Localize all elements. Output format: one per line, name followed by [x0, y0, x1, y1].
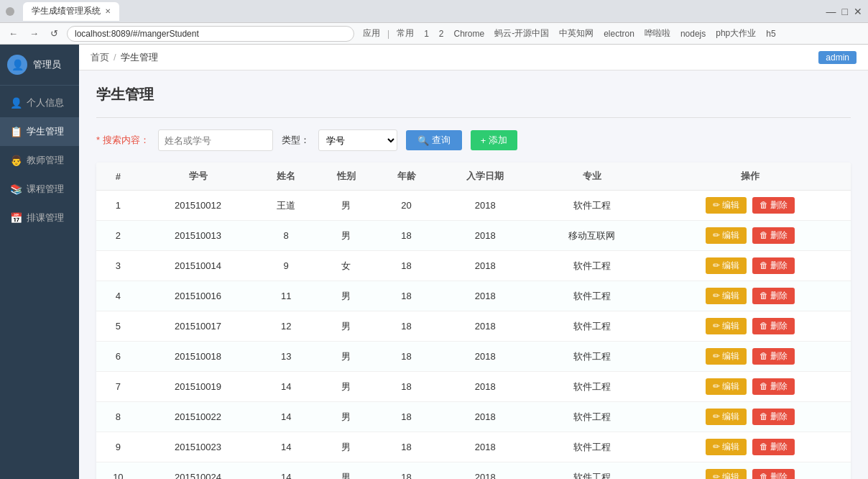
- cell-name: 14: [256, 462, 316, 480]
- sidebar-item-teacher[interactable]: 👨 教师管理: [0, 146, 79, 175]
- edit-button[interactable]: ✏ 编辑: [706, 197, 747, 214]
- table-row: 4 201510016 11 男 18 2018 软件工程 ✏ 编辑 🗑 删除: [96, 281, 851, 311]
- cell-major: 移动互联网: [534, 221, 650, 251]
- col-student-id: 学号: [140, 163, 257, 191]
- search-input[interactable]: [158, 129, 273, 151]
- bookmark-common[interactable]: 常用: [394, 26, 417, 41]
- breadcrumb-separator: /: [114, 52, 116, 63]
- cell-enroll: 2018: [436, 251, 534, 281]
- cell-age: 18: [377, 462, 437, 480]
- bookmark-electron[interactable]: electron: [601, 27, 637, 40]
- sidebar-item-schedule[interactable]: 📅 排课管理: [0, 204, 79, 232]
- sidebar-nav: 👤 个人信息 📋 学生管理 👨 教师管理 📚 课程管理 📅 排课管理: [0, 88, 79, 232]
- cell-age: 18: [377, 432, 437, 462]
- bookmark-mayun[interactable]: 蚂云-开源中国: [491, 26, 552, 41]
- forward-button[interactable]: →: [27, 27, 42, 40]
- cell-name: 9: [256, 251, 316, 281]
- bookmark-h5[interactable]: h5: [763, 27, 778, 40]
- table-row: 7 201510019 14 男 18 2018 软件工程 ✏ 编辑 🗑 删除: [96, 372, 851, 402]
- edit-button[interactable]: ✏ 编辑: [706, 318, 747, 334]
- cell-gender: 男: [316, 191, 377, 221]
- edit-button[interactable]: ✏ 编辑: [706, 227, 747, 244]
- maximize-button[interactable]: □: [842, 6, 848, 17]
- edit-button[interactable]: ✏ 编辑: [706, 409, 747, 425]
- bookmark-2[interactable]: 2: [436, 27, 447, 40]
- edit-button[interactable]: ✏ 编辑: [706, 348, 747, 365]
- schedule-icon: 📅: [10, 212, 22, 224]
- browser-tab[interactable]: 学生成绩管理系统 ✕: [23, 2, 119, 21]
- edit-button[interactable]: ✏ 编辑: [706, 439, 747, 455]
- cell-student-id: 201510013: [140, 221, 257, 251]
- bookmark-chrome[interactable]: Chrome: [451, 27, 488, 40]
- sidebar-item-student[interactable]: 📋 学生管理: [0, 117, 79, 146]
- sidebar-logo: 👤 管理员: [0, 45, 79, 86]
- cell-student-id: 201510017: [140, 311, 257, 342]
- student-icon: 📋: [10, 126, 22, 137]
- delete-button[interactable]: 🗑 删除: [752, 318, 795, 334]
- cell-name: 8: [256, 221, 316, 251]
- cell-actions: ✏ 编辑 🗑 删除: [650, 342, 851, 372]
- delete-button[interactable]: 🗑 删除: [752, 227, 795, 244]
- minimize-button[interactable]: —: [826, 6, 836, 17]
- browser-dot: [6, 7, 14, 16]
- table-row: 10 201510024 14 男 18 2018 软件工程 ✏ 编辑 🗑 删除: [96, 462, 851, 480]
- cell-major: 软件工程: [534, 251, 650, 281]
- cell-enroll: 2018: [436, 462, 534, 480]
- browser-dots: [6, 7, 14, 16]
- delete-button[interactable]: 🗑 删除: [752, 257, 795, 274]
- cell-index: 3: [96, 251, 140, 281]
- cell-major: 软件工程: [534, 311, 650, 342]
- sidebar-item-personal[interactable]: 👤 个人信息: [0, 88, 79, 117]
- col-actions: 操作: [650, 163, 851, 191]
- app: 👤 管理员 👤 个人信息 📋 学生管理 👨 教师管理 📚 课程管理 📅: [0, 45, 868, 479]
- cell-age: 18: [377, 281, 437, 311]
- col-enroll: 入学日期: [436, 163, 534, 191]
- address-bar: ← → ↺ 应用 | 常用 1 2 Chrome 蚂云-开源中国 中英知网 el…: [0, 23, 868, 45]
- cell-name: 12: [256, 311, 316, 342]
- sidebar-logo-text: 管理员: [33, 58, 61, 71]
- search-bar: 搜索内容： 类型： 学号 姓名 🔍 查询 + 添加: [96, 129, 851, 151]
- bookmark-zhongying[interactable]: 中英知网: [556, 26, 596, 41]
- edit-button[interactable]: ✏ 编辑: [706, 257, 747, 274]
- tab-close-button[interactable]: ✕: [105, 7, 111, 15]
- edit-button[interactable]: ✏ 编辑: [706, 378, 747, 395]
- add-button[interactable]: + 添加: [471, 130, 518, 150]
- cell-student-id: 201510014: [140, 251, 257, 281]
- delete-button[interactable]: 🗑 删除: [752, 469, 795, 479]
- bookmark-php[interactable]: php大作业: [713, 26, 759, 41]
- breadcrumb-home[interactable]: 首页: [91, 51, 109, 64]
- delete-button[interactable]: 🗑 删除: [752, 378, 795, 395]
- bookmark-hualala[interactable]: 哗啦啦: [642, 26, 673, 41]
- delete-button[interactable]: 🗑 删除: [752, 439, 795, 455]
- delete-button[interactable]: 🗑 删除: [752, 197, 795, 214]
- breadcrumb: 首页 / 学生管理: [91, 51, 158, 64]
- cell-index: 4: [96, 281, 140, 311]
- bookmark-apps[interactable]: 应用: [360, 26, 383, 41]
- delete-button[interactable]: 🗑 删除: [752, 288, 795, 304]
- cell-age: 18: [377, 342, 437, 372]
- cell-name: 14: [256, 402, 316, 432]
- cell-gender: 男: [316, 462, 377, 480]
- type-label: 类型：: [282, 134, 310, 147]
- delete-button[interactable]: 🗑 删除: [752, 409, 795, 425]
- sidebar-item-course[interactable]: 📚 课程管理: [0, 175, 79, 204]
- bookmark-nodejs[interactable]: nodejs: [678, 27, 708, 40]
- back-button[interactable]: ←: [6, 27, 21, 40]
- type-select[interactable]: 学号 姓名: [318, 129, 397, 151]
- edit-button[interactable]: ✏ 编辑: [706, 469, 747, 479]
- refresh-button[interactable]: ↺: [47, 27, 61, 40]
- edit-button[interactable]: ✏ 编辑: [706, 288, 747, 304]
- col-index: #: [96, 163, 140, 191]
- table-row: 5 201510017 12 男 18 2018 软件工程 ✏ 编辑 🗑 删除: [96, 311, 851, 342]
- delete-button[interactable]: 🗑 删除: [752, 348, 795, 365]
- content-area: 学生管理 搜索内容： 类型： 学号 姓名 🔍 查询 + 添加: [79, 70, 868, 479]
- admin-badge[interactable]: admin: [818, 51, 857, 64]
- bookmark-1[interactable]: 1: [421, 27, 432, 40]
- close-button[interactable]: ✕: [854, 6, 862, 17]
- sidebar-item-label-teacher: 教师管理: [27, 154, 64, 167]
- cell-major: 软件工程: [534, 342, 650, 372]
- cell-gender: 男: [316, 432, 377, 462]
- address-input[interactable]: [67, 26, 354, 42]
- search-button[interactable]: 🔍 查询: [406, 130, 462, 150]
- cell-index: 9: [96, 432, 140, 462]
